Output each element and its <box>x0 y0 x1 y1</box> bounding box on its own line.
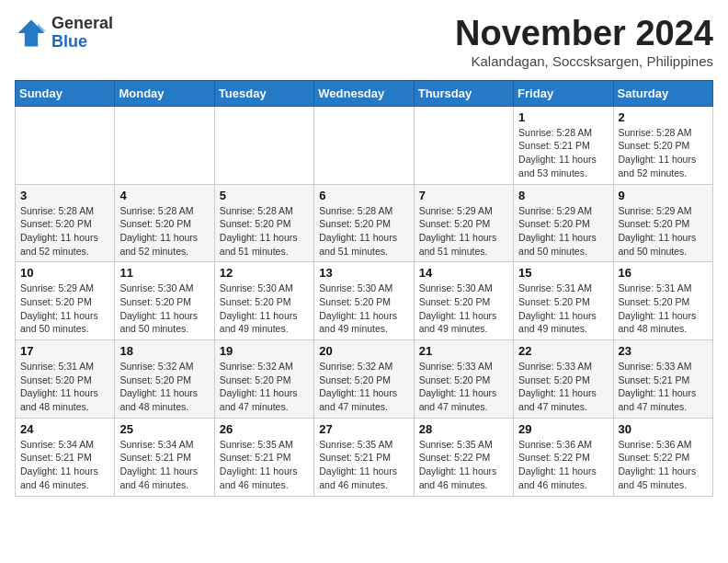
day-info: Sunrise: 5:34 AMSunset: 5:21 PMDaylight:… <box>119 438 209 492</box>
sunrise-info: Sunrise: 5:30 AM <box>220 282 293 293</box>
day-info: Sunrise: 5:28 AMSunset: 5:21 PMDaylight:… <box>518 126 608 180</box>
day-info: Sunrise: 5:30 AMSunset: 5:20 PMDaylight:… <box>419 282 508 336</box>
sunrise-info: Sunrise: 5:34 AM <box>119 439 193 450</box>
sunset-info: Sunset: 5:20 PM <box>119 374 191 385</box>
day-info: Sunrise: 5:30 AMSunset: 5:20 PMDaylight:… <box>220 282 309 336</box>
weekday-header-wednesday: Wednesday <box>314 80 414 106</box>
day-info: Sunrise: 5:32 AMSunset: 5:20 PMDaylight:… <box>119 360 209 414</box>
day-number: 3 <box>20 189 109 202</box>
daylight-info: Daylight: 11 hours and 50 minutes. <box>518 232 597 257</box>
daylight-info: Daylight: 11 hours and 50 minutes. <box>119 310 198 335</box>
svg-marker-0 <box>18 19 45 46</box>
sunrise-info: Sunrise: 5:29 AM <box>419 205 493 216</box>
daylight-info: Daylight: 11 hours and 50 minutes. <box>20 310 98 335</box>
daylight-info: Daylight: 11 hours and 46 minutes. <box>319 465 397 490</box>
day-number: 26 <box>220 422 309 436</box>
calendar-day-19: 19Sunrise: 5:32 AMSunset: 5:20 PMDayligh… <box>214 340 313 419</box>
sunrise-info: Sunrise: 5:35 AM <box>319 439 392 450</box>
sunset-info: Sunset: 5:20 PM <box>20 218 92 229</box>
weekday-header-tuesday: Tuesday <box>214 80 313 106</box>
calendar-empty-cell <box>414 106 513 184</box>
daylight-info: Daylight: 11 hours and 51 minutes. <box>319 232 397 257</box>
daylight-info: Daylight: 11 hours and 49 minutes. <box>220 310 298 335</box>
day-number: 14 <box>419 266 508 280</box>
weekday-header-friday: Friday <box>514 80 613 106</box>
sunrise-info: Sunrise: 5:28 AM <box>20 205 94 216</box>
calendar-day-13: 13Sunrise: 5:30 AMSunset: 5:20 PMDayligh… <box>314 262 414 340</box>
day-info: Sunrise: 5:29 AMSunset: 5:20 PMDaylight:… <box>20 282 109 336</box>
calendar-week-row: 17Sunrise: 5:31 AMSunset: 5:20 PMDayligh… <box>16 340 713 419</box>
daylight-info: Daylight: 11 hours and 50 minutes. <box>619 232 697 257</box>
sunrise-info: Sunrise: 5:36 AM <box>518 439 592 450</box>
day-info: Sunrise: 5:31 AMSunset: 5:20 PMDaylight:… <box>619 282 708 336</box>
calendar-day-20: 20Sunrise: 5:32 AMSunset: 5:20 PMDayligh… <box>314 340 414 419</box>
day-info: Sunrise: 5:28 AMSunset: 5:20 PMDaylight:… <box>619 126 708 180</box>
sunrise-info: Sunrise: 5:28 AM <box>119 205 193 216</box>
sunset-info: Sunset: 5:20 PM <box>619 140 690 151</box>
sunset-info: Sunset: 5:21 PM <box>619 374 690 385</box>
sunrise-info: Sunrise: 5:32 AM <box>119 361 193 372</box>
logo-general-text: General <box>51 14 113 32</box>
sunrise-info: Sunrise: 5:30 AM <box>419 282 493 293</box>
daylight-info: Daylight: 11 hours and 48 minutes. <box>20 387 98 412</box>
day-number: 18 <box>119 344 209 358</box>
sunrise-info: Sunrise: 5:31 AM <box>518 282 592 293</box>
calendar-day-8: 8Sunrise: 5:29 AMSunset: 5:20 PMDaylight… <box>514 184 613 262</box>
calendar-empty-cell <box>16 106 115 184</box>
calendar-day-6: 6Sunrise: 5:28 AMSunset: 5:20 PMDaylight… <box>314 184 414 262</box>
daylight-info: Daylight: 11 hours and 47 minutes. <box>518 387 597 412</box>
sunset-info: Sunset: 5:20 PM <box>119 296 191 307</box>
day-number: 8 <box>518 189 608 202</box>
calendar-day-16: 16Sunrise: 5:31 AMSunset: 5:20 PMDayligh… <box>613 262 712 340</box>
calendar-day-12: 12Sunrise: 5:30 AMSunset: 5:20 PMDayligh… <box>214 262 313 340</box>
sunset-info: Sunset: 5:21 PM <box>119 452 191 463</box>
day-number: 25 <box>119 422 209 436</box>
daylight-info: Daylight: 11 hours and 45 minutes. <box>619 465 697 490</box>
day-number: 29 <box>518 422 608 436</box>
day-number: 27 <box>319 422 408 436</box>
sunrise-info: Sunrise: 5:30 AM <box>119 282 193 293</box>
day-info: Sunrise: 5:32 AMSunset: 5:20 PMDaylight:… <box>319 360 408 414</box>
sunset-info: Sunset: 5:20 PM <box>319 218 391 229</box>
sunrise-info: Sunrise: 5:29 AM <box>518 205 592 216</box>
day-number: 4 <box>119 189 209 202</box>
day-number: 6 <box>319 189 408 202</box>
sunset-info: Sunset: 5:20 PM <box>419 374 491 385</box>
sunrise-info: Sunrise: 5:33 AM <box>619 361 692 372</box>
sunset-info: Sunset: 5:20 PM <box>419 218 491 229</box>
sunset-info: Sunset: 5:20 PM <box>20 374 92 385</box>
sunset-info: Sunset: 5:20 PM <box>319 296 391 307</box>
sunset-info: Sunset: 5:20 PM <box>619 296 690 307</box>
weekday-header-saturday: Saturday <box>613 80 712 106</box>
title-block: November 2024 Kalandagan, Soccsksargen, … <box>455 15 713 69</box>
sunset-info: Sunset: 5:20 PM <box>220 218 291 229</box>
day-number: 17 <box>20 344 109 358</box>
logo-icon <box>15 17 48 50</box>
sunset-info: Sunset: 5:22 PM <box>619 452 690 463</box>
daylight-info: Daylight: 11 hours and 46 minutes. <box>20 465 98 490</box>
day-number: 23 <box>619 344 708 358</box>
daylight-info: Daylight: 11 hours and 49 minutes. <box>319 310 397 335</box>
calendar-day-30: 30Sunrise: 5:36 AMSunset: 5:22 PMDayligh… <box>613 418 712 496</box>
calendar-day-2: 2Sunrise: 5:28 AMSunset: 5:20 PMDaylight… <box>613 106 712 184</box>
calendar-day-15: 15Sunrise: 5:31 AMSunset: 5:20 PMDayligh… <box>514 262 613 340</box>
sunrise-info: Sunrise: 5:30 AM <box>319 282 392 293</box>
calendar-week-row: 1Sunrise: 5:28 AMSunset: 5:21 PMDaylight… <box>16 106 713 184</box>
day-number: 2 <box>619 110 708 124</box>
day-info: Sunrise: 5:29 AMSunset: 5:20 PMDaylight:… <box>518 204 608 259</box>
sunset-info: Sunset: 5:21 PM <box>20 452 92 463</box>
sunrise-info: Sunrise: 5:35 AM <box>419 439 493 450</box>
calendar-day-22: 22Sunrise: 5:33 AMSunset: 5:20 PMDayligh… <box>514 340 613 419</box>
daylight-info: Daylight: 11 hours and 52 minutes. <box>20 232 98 257</box>
day-info: Sunrise: 5:31 AMSunset: 5:20 PMDaylight:… <box>518 282 608 336</box>
calendar-week-row: 10Sunrise: 5:29 AMSunset: 5:20 PMDayligh… <box>16 262 713 340</box>
daylight-info: Daylight: 11 hours and 52 minutes. <box>619 154 697 178</box>
sunset-info: Sunset: 5:21 PM <box>220 452 291 463</box>
daylight-info: Daylight: 11 hours and 46 minutes. <box>518 465 597 490</box>
sunset-info: Sunset: 5:21 PM <box>319 452 391 463</box>
day-info: Sunrise: 5:29 AMSunset: 5:20 PMDaylight:… <box>419 204 508 259</box>
sunset-info: Sunset: 5:20 PM <box>119 218 191 229</box>
day-number: 5 <box>220 189 309 202</box>
day-info: Sunrise: 5:34 AMSunset: 5:21 PMDaylight:… <box>20 438 109 492</box>
daylight-info: Daylight: 11 hours and 53 minutes. <box>518 154 597 178</box>
